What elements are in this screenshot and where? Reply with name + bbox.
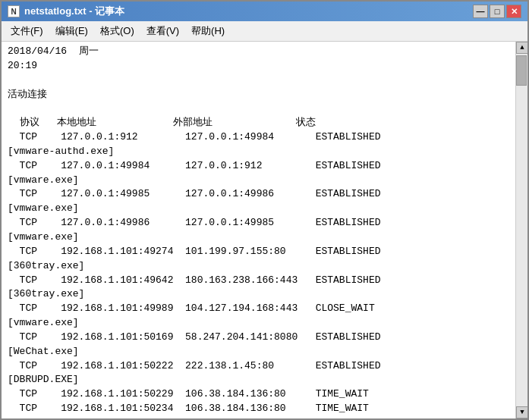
menu-edit[interactable]: 编辑(E) [49, 23, 94, 39]
app-icon: N [8, 5, 20, 17]
scroll-track[interactable] [516, 54, 527, 406]
maximize-button[interactable]: □ [490, 5, 505, 18]
window-title: netstatlog.txt - 记事本 [24, 5, 124, 18]
scroll-up-button[interactable]: ▲ [516, 42, 527, 54]
content-area: 2018/04/16 周一 20:19 活动连接 协议 本地地址 外部地址 状态… [2, 42, 527, 418]
menu-view[interactable]: 查看(V) [140, 23, 185, 39]
title-bar-left: N netstatlog.txt - 记事本 [8, 5, 124, 18]
vertical-scrollbar: ▲ ▼ [515, 42, 527, 418]
minimize-button[interactable]: — [473, 5, 488, 18]
close-button[interactable]: ✕ [506, 5, 521, 18]
menu-help[interactable]: 帮助(H) [185, 23, 231, 39]
title-bar: N netstatlog.txt - 记事本 — □ ✕ [2, 2, 527, 21]
menu-file[interactable]: 文件(F) [5, 23, 49, 39]
menu-bar: 文件(F) 编辑(E) 格式(O) 查看(V) 帮助(H) [2, 21, 527, 42]
main-window: N netstatlog.txt - 记事本 — □ ✕ 文件(F) 编辑(E)… [0, 0, 529, 420]
title-controls: — □ ✕ [473, 5, 521, 18]
text-editor[interactable]: 2018/04/16 周一 20:19 活动连接 协议 本地地址 外部地址 状态… [2, 42, 515, 418]
menu-format[interactable]: 格式(O) [94, 23, 140, 39]
scroll-thumb[interactable] [516, 55, 527, 86]
scroll-down-button[interactable]: ▼ [516, 406, 527, 418]
